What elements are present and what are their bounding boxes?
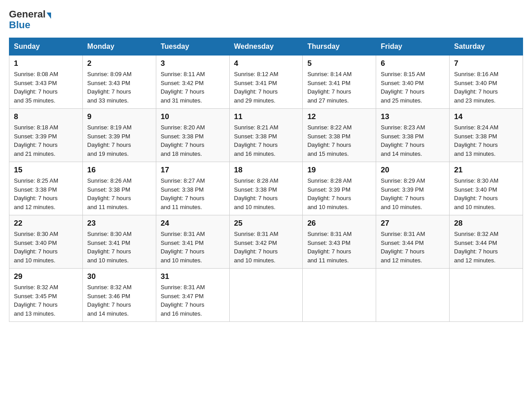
day-info: Sunrise: 8:32 AMSunset: 3:45 PMDaylight:… — [14, 283, 78, 318]
day-info: Sunrise: 8:08 AMSunset: 3:43 PMDaylight:… — [14, 70, 78, 105]
day-info: Sunrise: 8:22 AMSunset: 3:38 PMDaylight:… — [307, 123, 371, 158]
day-header-wednesday: Wednesday — [229, 38, 303, 56]
day-info: Sunrise: 8:18 AMSunset: 3:39 PMDaylight:… — [14, 123, 78, 158]
calendar-cell: 16 Sunrise: 8:26 AMSunset: 3:38 PMDaylig… — [82, 162, 156, 215]
day-info: Sunrise: 8:11 AMSunset: 3:42 PMDaylight:… — [161, 70, 225, 105]
calendar-body: 1 Sunrise: 8:08 AMSunset: 3:43 PMDayligh… — [9, 56, 523, 322]
day-info: Sunrise: 8:23 AMSunset: 3:38 PMDaylight:… — [381, 123, 445, 158]
logo-arrow-icon — [47, 13, 51, 19]
day-number: 28 — [454, 219, 518, 228]
calendar-cell: 6 Sunrise: 8:15 AMSunset: 3:40 PMDayligh… — [376, 56, 450, 109]
calendar-cell: 13 Sunrise: 8:23 AMSunset: 3:38 PMDaylig… — [376, 109, 450, 162]
calendar-cell: 23 Sunrise: 8:30 AMSunset: 3:41 PMDaylig… — [82, 215, 156, 269]
calendar-cell — [376, 269, 450, 322]
calendar-cell — [450, 269, 523, 322]
day-info: Sunrise: 8:31 AMSunset: 3:44 PMDaylight:… — [381, 230, 445, 265]
day-header-tuesday: Tuesday — [156, 38, 229, 56]
day-number: 3 — [161, 59, 225, 68]
calendar-header-row: SundayMondayTuesdayWednesdayThursdayFrid… — [9, 38, 523, 56]
day-info: Sunrise: 8:28 AMSunset: 3:39 PMDaylight:… — [307, 176, 371, 211]
day-info: Sunrise: 8:30 AMSunset: 3:41 PMDaylight:… — [87, 230, 151, 265]
day-number: 15 — [14, 166, 78, 175]
day-number: 29 — [14, 272, 78, 281]
day-info: Sunrise: 8:09 AMSunset: 3:43 PMDaylight:… — [87, 70, 151, 105]
calendar-cell: 18 Sunrise: 8:28 AMSunset: 3:38 PMDaylig… — [229, 162, 303, 215]
day-info: Sunrise: 8:20 AMSunset: 3:38 PMDaylight:… — [161, 123, 225, 158]
calendar-cell: 26 Sunrise: 8:31 AMSunset: 3:43 PMDaylig… — [303, 215, 376, 269]
calendar-table: SundayMondayTuesdayWednesdayThursdayFrid… — [9, 38, 523, 322]
day-number: 16 — [87, 166, 151, 175]
calendar-cell: 29 Sunrise: 8:32 AMSunset: 3:45 PMDaylig… — [9, 269, 83, 322]
day-info: Sunrise: 8:28 AMSunset: 3:38 PMDaylight:… — [234, 176, 298, 211]
calendar-cell: 10 Sunrise: 8:20 AMSunset: 3:38 PMDaylig… — [156, 109, 229, 162]
day-info: Sunrise: 8:31 AMSunset: 3:42 PMDaylight:… — [234, 230, 298, 265]
day-number: 22 — [14, 219, 78, 228]
day-number: 12 — [307, 112, 371, 121]
day-number: 24 — [161, 219, 225, 228]
calendar-cell: 4 Sunrise: 8:12 AMSunset: 3:41 PMDayligh… — [229, 56, 303, 109]
logo-general: General — [9, 9, 46, 20]
calendar-cell: 3 Sunrise: 8:11 AMSunset: 3:42 PMDayligh… — [156, 56, 229, 109]
calendar-cell: 2 Sunrise: 8:09 AMSunset: 3:43 PMDayligh… — [82, 56, 156, 109]
day-number: 6 — [381, 59, 445, 68]
day-number: 23 — [87, 219, 151, 228]
calendar-cell: 27 Sunrise: 8:31 AMSunset: 3:44 PMDaylig… — [376, 215, 450, 269]
calendar-cell: 7 Sunrise: 8:16 AMSunset: 3:40 PMDayligh… — [450, 56, 523, 109]
day-info: Sunrise: 8:31 AMSunset: 3:43 PMDaylight:… — [307, 230, 371, 265]
day-number: 5 — [307, 59, 371, 68]
calendar-cell: 19 Sunrise: 8:28 AMSunset: 3:39 PMDaylig… — [303, 162, 376, 215]
calendar-week-row: 29 Sunrise: 8:32 AMSunset: 3:45 PMDaylig… — [9, 269, 523, 322]
day-number: 20 — [381, 166, 445, 175]
day-info: Sunrise: 8:26 AMSunset: 3:38 PMDaylight:… — [87, 176, 151, 211]
calendar-cell: 1 Sunrise: 8:08 AMSunset: 3:43 PMDayligh… — [9, 56, 83, 109]
calendar-cell: 24 Sunrise: 8:31 AMSunset: 3:41 PMDaylig… — [156, 215, 229, 269]
calendar-cell: 9 Sunrise: 8:19 AMSunset: 3:39 PMDayligh… — [82, 109, 156, 162]
calendar-cell: 25 Sunrise: 8:31 AMSunset: 3:42 PMDaylig… — [229, 215, 303, 269]
day-header-monday: Monday — [82, 38, 156, 56]
day-number: 10 — [161, 112, 225, 121]
calendar-cell: 22 Sunrise: 8:30 AMSunset: 3:40 PMDaylig… — [9, 215, 83, 269]
calendar-cell: 14 Sunrise: 8:24 AMSunset: 3:38 PMDaylig… — [450, 109, 523, 162]
day-number: 25 — [234, 219, 298, 228]
calendar-cell: 31 Sunrise: 8:31 AMSunset: 3:47 PMDaylig… — [156, 269, 229, 322]
day-number: 31 — [161, 272, 225, 281]
day-header-saturday: Saturday — [450, 38, 523, 56]
day-info: Sunrise: 8:24 AMSunset: 3:38 PMDaylight:… — [454, 123, 518, 158]
day-info: Sunrise: 8:21 AMSunset: 3:38 PMDaylight:… — [234, 123, 298, 158]
calendar-cell: 30 Sunrise: 8:32 AMSunset: 3:46 PMDaylig… — [82, 269, 156, 322]
calendar-cell: 15 Sunrise: 8:25 AMSunset: 3:38 PMDaylig… — [9, 162, 83, 215]
day-info: Sunrise: 8:15 AMSunset: 3:40 PMDaylight:… — [381, 70, 445, 105]
page-header: General Blue — [9, 9, 523, 30]
calendar-week-row: 1 Sunrise: 8:08 AMSunset: 3:43 PMDayligh… — [9, 56, 523, 109]
day-number: 18 — [234, 166, 298, 175]
calendar-cell: 20 Sunrise: 8:29 AMSunset: 3:39 PMDaylig… — [376, 162, 450, 215]
calendar-cell: 8 Sunrise: 8:18 AMSunset: 3:39 PMDayligh… — [9, 109, 83, 162]
calendar-cell: 11 Sunrise: 8:21 AMSunset: 3:38 PMDaylig… — [229, 109, 303, 162]
day-number: 2 — [87, 59, 151, 68]
day-header-thursday: Thursday — [303, 38, 376, 56]
day-info: Sunrise: 8:14 AMSunset: 3:41 PMDaylight:… — [307, 70, 371, 105]
calendar-cell: 28 Sunrise: 8:32 AMSunset: 3:44 PMDaylig… — [450, 215, 523, 269]
calendar-cell — [229, 269, 303, 322]
day-info: Sunrise: 8:32 AMSunset: 3:46 PMDaylight:… — [87, 283, 151, 318]
day-info: Sunrise: 8:27 AMSunset: 3:38 PMDaylight:… — [161, 176, 225, 211]
calendar-week-row: 22 Sunrise: 8:30 AMSunset: 3:40 PMDaylig… — [9, 215, 523, 269]
day-number: 1 — [14, 59, 78, 68]
logo: General Blue — [9, 9, 51, 30]
day-info: Sunrise: 8:30 AMSunset: 3:40 PMDaylight:… — [14, 230, 78, 265]
day-info: Sunrise: 8:31 AMSunset: 3:47 PMDaylight:… — [161, 283, 225, 318]
day-header-sunday: Sunday — [9, 38, 83, 56]
calendar-week-row: 8 Sunrise: 8:18 AMSunset: 3:39 PMDayligh… — [9, 109, 523, 162]
day-number: 9 — [87, 112, 151, 121]
day-number: 7 — [454, 59, 518, 68]
calendar-cell: 21 Sunrise: 8:30 AMSunset: 3:40 PMDaylig… — [450, 162, 523, 215]
day-info: Sunrise: 8:32 AMSunset: 3:44 PMDaylight:… — [454, 230, 518, 265]
day-number: 19 — [307, 166, 371, 175]
calendar-cell — [303, 269, 376, 322]
calendar-cell: 17 Sunrise: 8:27 AMSunset: 3:38 PMDaylig… — [156, 162, 229, 215]
day-info: Sunrise: 8:31 AMSunset: 3:41 PMDaylight:… — [161, 230, 225, 265]
calendar-cell: 5 Sunrise: 8:14 AMSunset: 3:41 PMDayligh… — [303, 56, 376, 109]
day-info: Sunrise: 8:12 AMSunset: 3:41 PMDaylight:… — [234, 70, 298, 105]
day-info: Sunrise: 8:29 AMSunset: 3:39 PMDaylight:… — [381, 176, 445, 211]
day-number: 30 — [87, 272, 151, 281]
